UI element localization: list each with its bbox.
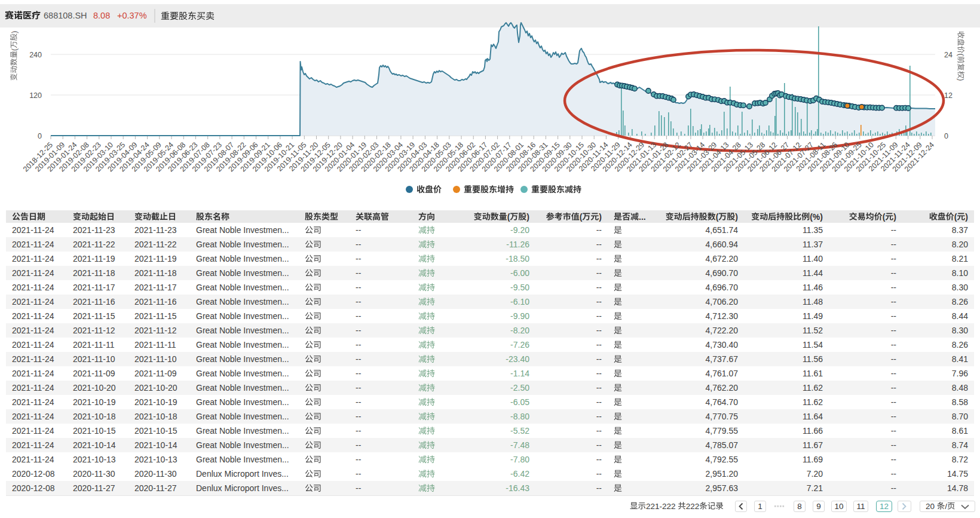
svg-text:11.46: 11.46 bbox=[803, 283, 823, 292]
svg-text:-5.52: -5.52 bbox=[510, 426, 529, 436]
svg-text:12: 12 bbox=[944, 91, 953, 100]
svg-text:--: -- bbox=[596, 369, 602, 378]
svg-text:2021-11-24: 2021-11-24 bbox=[12, 225, 54, 235]
svg-text:Great Noble Investmen...: Great Noble Investmen... bbox=[196, 397, 289, 407]
svg-text:(: ( bbox=[957, 54, 965, 57]
svg-text:--: -- bbox=[356, 340, 362, 350]
svg-text:--: -- bbox=[596, 311, 602, 321]
svg-text:--: -- bbox=[891, 340, 897, 350]
svg-text:2019-01-09: 2019-01-09 bbox=[33, 140, 66, 173]
svg-text:2021-11-24: 2021-11-24 bbox=[12, 455, 54, 464]
svg-text:4,730.40: 4,730.40 bbox=[706, 340, 739, 350]
svg-text:2021-03-14: 2021-03-14 bbox=[673, 140, 706, 173]
svg-text:-1.14: -1.14 bbox=[510, 369, 529, 378]
svg-text:--: -- bbox=[596, 397, 602, 407]
svg-text:2020-11-14: 2020-11-14 bbox=[577, 140, 610, 173]
svg-text:2020-11-29: 2020-11-29 bbox=[589, 140, 621, 173]
svg-text:2019-09-21: 2019-09-21 bbox=[239, 140, 272, 173]
svg-text:Great Noble Investmen...: Great Noble Investmen... bbox=[196, 426, 289, 436]
svg-text:2019-12-05: 2019-12-05 bbox=[299, 140, 332, 173]
svg-text:11.66: 11.66 bbox=[803, 426, 823, 436]
svg-text:--: -- bbox=[356, 283, 362, 292]
svg-text:2021-11-24: 2021-11-24 bbox=[12, 340, 54, 350]
svg-text:2019-03-10: 2019-03-10 bbox=[82, 140, 115, 173]
svg-text:2020-11-30: 2020-11-30 bbox=[73, 469, 115, 479]
svg-text:2019-04-09: 2019-04-09 bbox=[106, 140, 139, 173]
svg-text:Great Noble Investmen...: Great Noble Investmen... bbox=[196, 340, 289, 350]
svg-text:Denlux Microport Inves...: Denlux Microport Inves... bbox=[196, 469, 289, 479]
svg-text:2021-07-27: 2021-07-27 bbox=[782, 140, 815, 173]
svg-text:2020-03-04: 2020-03-04 bbox=[372, 140, 405, 173]
svg-text:2021-03-29: 2021-03-29 bbox=[685, 140, 718, 173]
svg-text:2020-09-15: 2020-09-15 bbox=[529, 140, 562, 173]
svg-text:-9.90: -9.90 bbox=[510, 311, 529, 321]
svg-text:2020-05-18: 2020-05-18 bbox=[432, 140, 465, 173]
svg-text:2021-11-23: 2021-11-23 bbox=[73, 225, 115, 235]
svg-text:--: -- bbox=[356, 225, 362, 235]
svg-text:2019-03-25: 2019-03-25 bbox=[94, 140, 127, 173]
svg-text:11.69: 11.69 bbox=[803, 455, 823, 464]
svg-text:--: -- bbox=[891, 283, 897, 292]
svg-text:2021-11-09: 2021-11-09 bbox=[867, 140, 899, 173]
svg-text:2021-11-19: 2021-11-19 bbox=[134, 254, 177, 263]
svg-text:2021-10-15: 2021-10-15 bbox=[134, 426, 177, 436]
svg-text:2021-08-26: 2021-08-26 bbox=[806, 140, 839, 173]
svg-text:2020-07-17: 2020-07-17 bbox=[480, 140, 513, 173]
svg-text:2021-11-17: 2021-11-17 bbox=[73, 283, 115, 292]
svg-text:Great Noble Investmen...: Great Noble Investmen... bbox=[196, 311, 289, 321]
svg-text:222: 222 bbox=[686, 502, 700, 511]
svg-text:120: 120 bbox=[29, 91, 42, 100]
svg-text:2021-11-15: 2021-11-15 bbox=[134, 311, 177, 321]
svg-text:--: -- bbox=[596, 254, 602, 263]
svg-text:2019-07-08: 2019-07-08 bbox=[179, 140, 212, 173]
svg-text:2021-11-11: 2021-11-11 bbox=[134, 340, 176, 350]
svg-text:8.58: 8.58 bbox=[952, 397, 968, 407]
svg-text:2021-05-28: 2021-05-28 bbox=[734, 140, 767, 173]
svg-text:2020-02-03: 2020-02-03 bbox=[348, 140, 381, 173]
svg-text:14.75: 14.75 bbox=[947, 469, 968, 479]
svg-text:--: -- bbox=[596, 426, 602, 436]
svg-text:2021-11-23: 2021-11-23 bbox=[134, 225, 177, 235]
svg-text:2021-09-10: 2021-09-10 bbox=[819, 140, 852, 173]
svg-text:--: -- bbox=[891, 254, 897, 263]
svg-text:2019-01-24: 2019-01-24 bbox=[45, 140, 78, 173]
svg-text:2019-11-05: 2019-11-05 bbox=[275, 140, 308, 173]
svg-text:11.40: 11.40 bbox=[803, 254, 823, 263]
svg-text:2020-05-03: 2020-05-03 bbox=[420, 140, 453, 173]
svg-text:11.49: 11.49 bbox=[803, 311, 823, 321]
svg-text:2019-05-24: 2019-05-24 bbox=[142, 140, 175, 173]
svg-text:4,761.07: 4,761.07 bbox=[706, 369, 739, 378]
svg-text:2021-10-10: 2021-10-10 bbox=[843, 140, 875, 173]
svg-text:--: -- bbox=[356, 426, 362, 436]
svg-text:2020-09-30: 2020-09-30 bbox=[541, 140, 574, 173]
svg-text:4,696.70: 4,696.70 bbox=[706, 283, 739, 292]
svg-text:Great Noble Investmen...: Great Noble Investmen... bbox=[196, 225, 289, 235]
svg-text:--: -- bbox=[891, 469, 897, 479]
svg-text:240: 240 bbox=[29, 51, 42, 59]
svg-text:8.21: 8.21 bbox=[952, 254, 968, 263]
svg-text:2019-06-23: 2019-06-23 bbox=[167, 140, 200, 173]
svg-text:2020-02-18: 2020-02-18 bbox=[360, 140, 393, 173]
svg-text:4,672.20: 4,672.20 bbox=[706, 254, 739, 263]
svg-text:7.96: 7.96 bbox=[952, 369, 968, 378]
svg-text:2021-11-17: 2021-11-17 bbox=[134, 283, 177, 292]
svg-text:2020-04-03: 2020-04-03 bbox=[396, 140, 428, 173]
svg-text:0: 0 bbox=[38, 132, 42, 140]
svg-text:2021-12-24: 2021-12-24 bbox=[903, 140, 936, 173]
svg-text:2020-01-19: 2020-01-19 bbox=[335, 140, 368, 173]
svg-text:--: -- bbox=[596, 340, 602, 350]
svg-text:2019-08-07: 2019-08-07 bbox=[203, 140, 235, 173]
svg-text:8.37: 8.37 bbox=[952, 225, 968, 235]
svg-text:2019-02-08: 2019-02-08 bbox=[58, 140, 91, 173]
svg-text:8.61: 8.61 bbox=[952, 426, 968, 436]
svg-text:2021-06-12: 2021-06-12 bbox=[746, 140, 779, 173]
svg-text:--: -- bbox=[596, 225, 602, 235]
svg-text:7.20: 7.20 bbox=[807, 469, 823, 479]
svg-text:2021-11-11: 2021-11-11 bbox=[73, 340, 115, 350]
svg-text:2019-09-06: 2019-09-06 bbox=[227, 140, 260, 173]
svg-text:2020-06-02: 2020-06-02 bbox=[444, 140, 477, 173]
svg-text:2021-11-24: 2021-11-24 bbox=[12, 369, 54, 378]
svg-text:2021-10-19: 2021-10-19 bbox=[73, 397, 116, 407]
svg-text:2021-10-13: 2021-10-13 bbox=[73, 455, 116, 464]
svg-text:4,712.30: 4,712.30 bbox=[706, 311, 739, 321]
